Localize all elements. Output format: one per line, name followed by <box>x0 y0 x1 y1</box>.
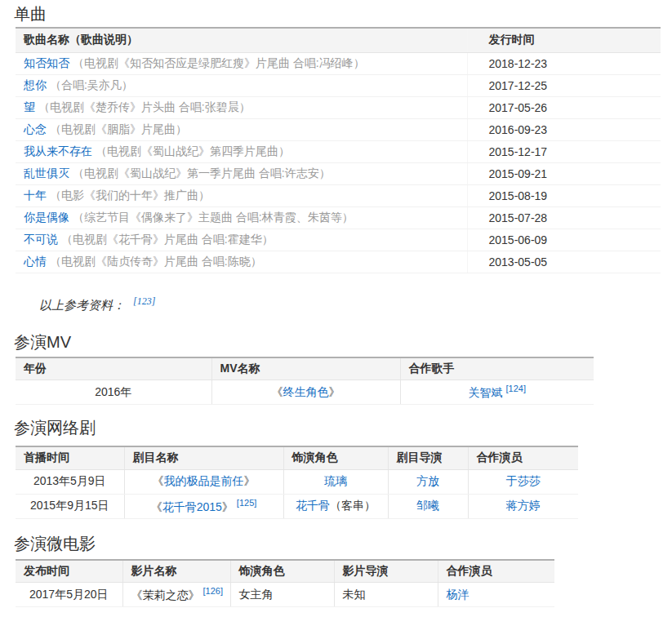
release-date: 2015-08-19 <box>467 184 661 206</box>
table-row: 不可说 （电视剧《花千骨》片尾曲 合唱:霍建华） 2015-06-09 <box>16 229 661 251</box>
table-row: 你是偶像 （综艺节目《偶像来了》主题曲 合唱:林青霞、朱茵等） 2015-07-… <box>16 206 661 229</box>
release-date: 2015-07-28 <box>467 206 661 229</box>
release-date: 2013-05-05 <box>467 251 661 273</box>
section-heading-webdrama: 参演网络剧 <box>14 419 672 437</box>
song-description: （电视剧《知否知否应是绿肥红瘦》片尾曲 合唱:冯绍峰） <box>73 56 365 69</box>
song-description: （电视剧《楚乔传》片头曲 合唱:张碧晨） <box>38 100 251 113</box>
microfilm-table: 发布时间 影片名称 饰演角色 影片导演 合作演员 2017年5月20日 《茉莉之… <box>16 559 554 608</box>
release-date: 2016-09-23 <box>467 118 661 140</box>
song-link[interactable]: 望 <box>24 100 35 113</box>
table-row: 2013年5月9日 《我的极品是前任》 琉璃 方放 于莎莎 <box>16 469 578 494</box>
column-header-premiere-date: 首播时间 <box>16 446 124 469</box>
singles-table: 歌曲名称（歌曲说明） 发行时间 知否知否 （电视剧《知否知否应是绿肥红瘦》片尾曲… <box>16 27 661 273</box>
release-date: 2017-12-25 <box>467 74 661 96</box>
song-description: （电视剧《花千骨》片尾曲 合唱:霍建华） <box>61 233 274 246</box>
drama-name-cell: 《我的极品是前任》 <box>124 469 283 494</box>
song-link[interactable]: 心念 <box>24 122 47 135</box>
mv-header-row: 年份 MV名称 合作歌手 <box>16 357 594 380</box>
song-link[interactable]: 心情 <box>24 255 47 268</box>
column-header-role: 饰演角色 <box>283 446 388 469</box>
table-row: 我从来不存在 （电视剧《蜀山战纪》第四季片尾曲） 2015-12-17 <box>16 140 661 162</box>
reference-note: 以上参考资料：[123] <box>39 295 672 312</box>
drama-co-actor-cell: 于莎莎 <box>468 469 578 494</box>
reference-link-125[interactable]: [125] <box>237 498 256 508</box>
column-header-mv-name: MV名称 <box>211 357 400 380</box>
drama-name-cell: 《花千骨2015》[125] <box>124 494 283 518</box>
film-name: 《茉莉之恋》 <box>131 588 200 601</box>
mv-co-singer-cell: 关智斌[124] <box>400 380 594 405</box>
role-link[interactable]: 琉璃 <box>324 474 347 487</box>
co-actor-link[interactable]: 于莎莎 <box>506 474 541 487</box>
mv-table: 年份 MV名称 合作歌手 2016年 《终生角色》 关智斌[124] <box>16 357 594 406</box>
director-link[interactable]: 邹曦 <box>416 499 439 512</box>
table-row: 2016年 《终生角色》 关智斌[124] <box>16 380 594 405</box>
co-singer-link[interactable]: 关智斌 <box>469 386 503 399</box>
song-description: （电视剧《胭脂》片尾曲） <box>50 122 187 135</box>
film-director: 未知 <box>334 583 438 607</box>
song-link[interactable]: 十年 <box>24 189 47 202</box>
column-header-co-actor: 合作演员 <box>468 446 578 469</box>
column-header-year: 年份 <box>16 357 211 380</box>
reference-link-124[interactable]: [124] <box>506 384 526 393</box>
table-row: 十年 （电影《我们的十年》推广曲） 2015-08-19 <box>16 184 661 206</box>
webdrama-table: 首播时间 剧目名称 饰演角色 剧目导演 合作演员 2013年5月9日 《我的极品… <box>16 446 578 519</box>
column-header-director: 剧目导演 <box>388 446 468 469</box>
table-row: 望 （电视剧《楚乔传》片头曲 合唱:张碧晨） 2017-05-26 <box>16 96 661 118</box>
reference-link-123[interactable]: [123] <box>133 295 155 307</box>
drama-co-actor-cell: 蒋方婷 <box>468 494 578 518</box>
drama-director-cell: 方放 <box>388 469 468 494</box>
column-header-film-name: 影片名称 <box>122 560 230 583</box>
drama-name-link[interactable]: 花千骨2015 <box>162 499 222 513</box>
role-note: （客串） <box>330 499 376 512</box>
column-header-film-director: 影片导演 <box>334 560 438 583</box>
director-link[interactable]: 方放 <box>416 474 439 487</box>
film-release-date: 2017年5月20日 <box>16 583 122 607</box>
song-link[interactable]: 我从来不存在 <box>24 144 92 158</box>
song-link[interactable]: 乱世俱灭 <box>24 166 69 180</box>
release-date: 2018-12-23 <box>467 52 661 74</box>
song-link[interactable]: 不可说 <box>24 233 58 246</box>
drama-role-cell: 琉璃 <box>283 469 388 494</box>
table-row: 2015年9月15日 《花千骨2015》[125] 花千骨（客串） 邹曦 蒋方婷 <box>16 494 578 518</box>
release-date: 2015-09-21 <box>467 162 661 184</box>
table-row: 2017年5月20日 《茉莉之恋》[126] 女主角 未知 杨洋 <box>16 583 554 607</box>
column-header-release-date: 发布时间 <box>16 560 122 583</box>
column-header-drama-name: 剧目名称 <box>124 446 283 469</box>
film-name-cell: 《茉莉之恋》[126] <box>122 583 230 607</box>
mv-name-cell: 《终生角色》 <box>211 380 400 405</box>
song-link[interactable]: 你是偶像 <box>24 211 69 224</box>
table-row: 心念 （电视剧《胭脂》片尾曲） 2016-09-23 <box>16 118 661 140</box>
release-date: 2015-06-09 <box>467 229 661 251</box>
section-heading-mv: 参演MV <box>14 333 672 351</box>
song-description: （电视剧《蜀山战纪》第一季片尾曲 合唱:许志安） <box>73 166 331 180</box>
song-link[interactable]: 想你 <box>24 78 47 91</box>
release-date: 2017-05-26 <box>467 96 661 118</box>
song-description: （合唱:吴亦凡） <box>50 78 133 91</box>
section-heading-singles: 单曲 <box>14 5 672 23</box>
table-row: 乱世俱灭 （电视剧《蜀山战纪》第一季片尾曲 合唱:许志安） 2015-09-21 <box>16 162 661 184</box>
section-heading-microfilm: 参演微电影 <box>14 535 672 553</box>
film-co-actor-cell: 杨洋 <box>438 583 554 607</box>
table-row: 想你 （合唱:吴亦凡） 2017-12-25 <box>16 74 661 96</box>
premiere-date: 2013年5月9日 <box>16 469 124 494</box>
drama-director-cell: 邹曦 <box>388 494 468 518</box>
film-role: 女主角 <box>230 583 334 607</box>
co-actor-link[interactable]: 杨洋 <box>447 588 470 601</box>
role-link[interactable]: 花千骨 <box>296 499 330 512</box>
microfilm-header-row: 发布时间 影片名称 饰演角色 影片导演 合作演员 <box>16 560 554 583</box>
column-header-co-singer: 合作歌手 <box>400 357 594 380</box>
song-link[interactable]: 知否知否 <box>24 56 69 69</box>
webdrama-header-row: 首播时间 剧目名称 饰演角色 剧目导演 合作演员 <box>16 446 578 469</box>
song-description: （电影《我们的十年》推广曲） <box>50 189 210 202</box>
singles-header-row: 歌曲名称（歌曲说明） 发行时间 <box>16 28 661 52</box>
drama-role-cell: 花千骨（客串） <box>283 494 388 518</box>
column-header-role: 饰演角色 <box>230 560 334 583</box>
table-row: 心情 （电视剧《陆贞传奇》片尾曲 合唱:陈晓） 2013-05-05 <box>16 251 661 273</box>
reference-note-text: 以上参考资料： <box>39 299 125 312</box>
song-description: （电视剧《陆贞传奇》片尾曲 合唱:陈晓） <box>50 255 262 268</box>
drama-name-link[interactable]: 我的极品是前任 <box>164 474 244 487</box>
reference-link-126[interactable]: [126] <box>203 586 223 596</box>
mv-name-link[interactable]: 终生角色 <box>283 385 329 398</box>
co-actor-link[interactable]: 蒋方婷 <box>506 499 541 512</box>
column-header-co-actor: 合作演员 <box>438 560 554 583</box>
